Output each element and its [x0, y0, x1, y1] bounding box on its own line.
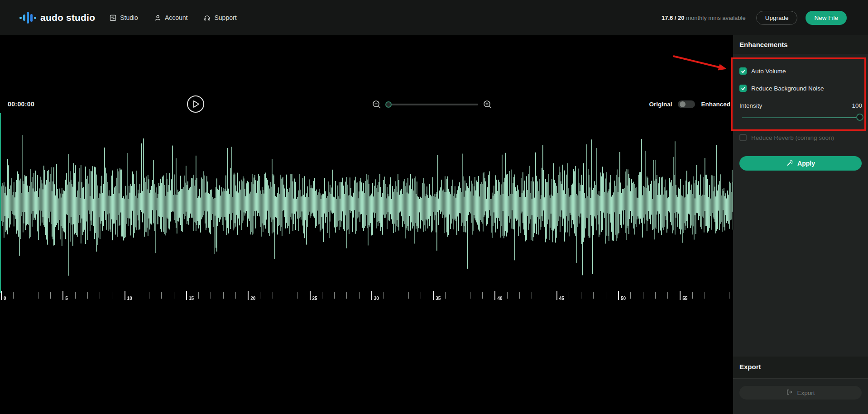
original-label: Original — [649, 101, 672, 108]
ruler-tick — [50, 292, 51, 299]
auto-volume-checkbox[interactable]: Auto Volume — [739, 67, 786, 75]
ruler-tick — [62, 291, 63, 300]
intensity-value: 100 — [852, 102, 862, 109]
export-heading: Export — [739, 363, 761, 371]
ruler-tick — [161, 292, 162, 299]
intensity-slider-knob[interactable] — [856, 114, 863, 121]
zoom-in-icon[interactable] — [483, 100, 493, 109]
brand-name: audo studio — [40, 12, 95, 23]
enhanced-label: Enhanced — [701, 101, 730, 108]
new-file-button[interactable]: New File — [806, 11, 847, 25]
ruler-tick — [643, 292, 643, 299]
ruler-tick — [717, 292, 717, 299]
waveform-canvas[interactable] — [0, 122, 733, 290]
export-button[interactable]: Export — [739, 386, 862, 400]
ruler-tick-label: 5 — [65, 296, 68, 301]
ruler-tick — [198, 292, 199, 299]
playback-time: 00:00:00 — [8, 100, 34, 108]
ruler-tick — [112, 292, 112, 299]
ruler-tick — [655, 292, 656, 299]
main-nav: Studio Account — [110, 14, 236, 21]
ruler-tick — [223, 292, 224, 299]
ruler-tick — [421, 292, 421, 299]
ruler-tick — [569, 292, 569, 299]
ruler-tick — [38, 292, 38, 299]
ruler-tick — [322, 292, 322, 299]
ruler-tick — [667, 292, 668, 299]
ruler-tick — [273, 292, 273, 299]
ruler-tick-label: 10 — [127, 296, 132, 301]
support-headphones-icon — [204, 14, 211, 21]
ruler-tick — [630, 292, 631, 299]
player-area: 00:00:00 Original Enhanced — [0, 35, 733, 414]
ruler-tick — [458, 292, 458, 299]
ruler-tick — [26, 292, 26, 299]
original-enhanced-toggle[interactable] — [678, 100, 695, 108]
ruler-tick — [13, 292, 14, 299]
ruler-tick — [581, 292, 581, 299]
ruler-tick — [285, 292, 285, 299]
ruler-tick — [507, 292, 508, 299]
nav-item-support[interactable]: Support — [204, 14, 236, 21]
reduce-reverb-label: Reduce Reverb (coming soon) — [751, 134, 834, 141]
ruler-tick-label: 25 — [312, 296, 317, 301]
ruler-tick — [186, 291, 187, 300]
magic-wand-icon — [786, 159, 793, 168]
ruler-tick-label: 15 — [189, 296, 194, 301]
ruler-tick — [297, 292, 297, 299]
ruler-tick — [211, 292, 211, 299]
ruler-tick — [396, 292, 396, 299]
ruler-tick — [606, 292, 606, 299]
zoom-out-icon[interactable] — [372, 100, 382, 109]
minutes-suffix: monthly mins available — [685, 14, 746, 21]
checkbox-checked-icon — [739, 85, 747, 92]
intensity-label: Intensity — [739, 102, 762, 109]
play-button[interactable] — [187, 95, 205, 113]
reduce-noise-label: Reduce Background Noise — [751, 85, 824, 92]
ruler-tick — [494, 291, 495, 300]
nav-label: Support — [214, 14, 236, 21]
toggle-knob — [680, 101, 686, 107]
apply-button[interactable]: Apply — [739, 156, 862, 171]
apply-label: Apply — [797, 160, 815, 167]
ruler-tick — [618, 291, 619, 300]
nav-label: Studio — [120, 14, 138, 21]
intensity-slider[interactable] — [742, 117, 863, 118]
account-icon — [154, 14, 161, 21]
nav-item-studio[interactable]: Studio — [110, 14, 138, 21]
ruler-tick — [692, 292, 693, 299]
ruler-tick — [125, 291, 125, 300]
ruler-tick — [100, 292, 100, 299]
zoom-slider-knob[interactable] — [385, 101, 392, 108]
ruler-tick-label: 50 — [621, 296, 626, 301]
ruler-tick — [1, 291, 2, 300]
ruler-tick — [544, 292, 544, 299]
ruler-tick — [260, 292, 260, 299]
ruler-tick — [532, 292, 532, 299]
ruler-tick — [680, 291, 681, 300]
ruler-tick — [75, 292, 76, 299]
ruler-tick — [371, 291, 372, 300]
audo-logo-icon — [19, 11, 36, 24]
brand-logo[interactable]: audo studio — [19, 11, 95, 24]
playhead[interactable] — [0, 113, 1, 293]
ruler-tick — [482, 292, 483, 299]
ruler-tick — [705, 292, 705, 299]
minutes-value: 17.6 / 20 — [662, 14, 685, 21]
ruler-tick-label: 20 — [250, 296, 255, 301]
ruler-tick-label: 0 — [4, 296, 6, 301]
upgrade-button[interactable]: Upgrade — [756, 11, 798, 25]
zoom-slider[interactable] — [386, 104, 478, 105]
ruler-tick — [433, 291, 434, 300]
reduce-reverb-checkbox[interactable]: Reduce Reverb (coming soon) — [739, 134, 834, 141]
timeline-ruler[interactable]: 0510152025303540455055 — [0, 291, 733, 304]
ruler-tick — [384, 292, 384, 299]
nav-item-account[interactable]: Account — [154, 14, 188, 21]
reduce-noise-checkbox[interactable]: Reduce Background Noise — [739, 85, 824, 92]
auto-volume-label: Auto Volume — [751, 68, 786, 75]
ruler-tick — [137, 292, 137, 299]
ruler-tick-label: 35 — [436, 296, 441, 301]
ruler-tick — [593, 292, 594, 299]
ruler-tick — [359, 292, 360, 299]
ruler-tick-label: 45 — [559, 296, 564, 301]
